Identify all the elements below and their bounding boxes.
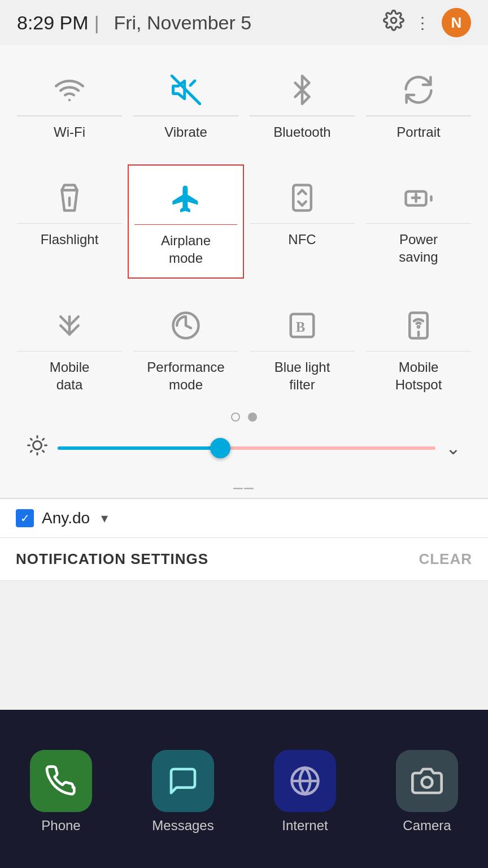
svg-point-0: [391, 18, 396, 23]
camera-label: Camera: [403, 818, 451, 834]
mobile-hotspot-icon: [399, 306, 438, 345]
blue-light-filter-icon: B: [282, 306, 322, 345]
svg-line-25: [30, 451, 32, 452]
tiles-row-2: Flashlight Airplanemode N: [11, 164, 477, 279]
tile-flashlight[interactable]: Flashlight: [11, 164, 128, 279]
svg-point-16: [418, 326, 419, 327]
page-dot-1[interactable]: [231, 413, 240, 422]
blue-light-filter-label: Blue lightfilter: [274, 358, 330, 393]
nfc-icon: [282, 178, 322, 218]
svg-line-3: [190, 81, 195, 85]
wifi-icon: [50, 70, 89, 110]
phone-app-icon: [30, 750, 92, 812]
phone-label: Phone: [41, 818, 80, 834]
flashlight-label: Flashlight: [41, 231, 99, 248]
tile-portrait[interactable]: Portrait: [360, 57, 477, 151]
drag-handle[interactable]: ⎯⎯: [11, 468, 477, 498]
bluetooth-label: Bluetooth: [273, 123, 330, 141]
nfc-label: NFC: [288, 231, 316, 248]
svg-point-29: [422, 777, 433, 788]
overflow-menu-icon[interactable]: ⋮: [415, 14, 432, 32]
quick-panel: Wi-Fi Vibrate Bluetooth: [0, 45, 488, 498]
mobile-data-icon: [50, 306, 89, 345]
svg-line-21: [30, 439, 32, 440]
bottom-nav: Phone Messages Internet Camera: [0, 710, 488, 868]
notification-settings-bar: NOTIFICATION SETTINGS CLEAR: [0, 538, 488, 581]
tile-bluetooth[interactable]: Bluetooth: [244, 57, 360, 151]
portrait-label: Portrait: [396, 123, 440, 141]
tile-vibrate[interactable]: Vibrate: [128, 57, 244, 151]
messages-app-icon: [152, 750, 214, 812]
tiles-row-1: Wi-Fi Vibrate Bluetooth: [11, 57, 477, 151]
mobile-data-label: Mobiledata: [50, 358, 90, 393]
status-date: Fri, November 5: [114, 12, 251, 34]
nav-item-messages[interactable]: Messages: [152, 750, 214, 834]
vibrate-icon: [166, 70, 206, 110]
status-time: 8:29 PM: [17, 12, 89, 34]
tile-blue-light-filter[interactable]: B Blue lightfilter: [244, 292, 360, 404]
svg-point-18: [33, 441, 42, 450]
tile-wifi[interactable]: Wi-Fi: [11, 57, 128, 151]
nav-item-phone[interactable]: Phone: [30, 750, 92, 834]
notification-settings-label: NOTIFICATION SETTINGS: [16, 550, 208, 568]
messages-label: Messages: [152, 818, 213, 834]
settings-icon[interactable]: [383, 10, 404, 36]
brightness-icon: [27, 435, 47, 461]
airplane-mode-label: Airplanemode: [161, 232, 211, 267]
drag-handle-icon: ⎯⎯: [233, 472, 255, 489]
status-bar: 8:29 PM | Fri, November 5 ⋮ N: [0, 0, 488, 45]
anydo-label: Any.do: [42, 509, 90, 527]
wifi-label: Wi-Fi: [54, 123, 85, 141]
performance-mode-label: Performancemode: [147, 358, 224, 393]
svg-line-26: [43, 439, 44, 440]
portrait-icon: [399, 70, 438, 110]
brightness-slider[interactable]: [58, 440, 435, 457]
tile-mobile-data[interactable]: Mobiledata: [11, 292, 128, 404]
anydo-bar[interactable]: ✓ Any.do ▾: [0, 499, 488, 538]
tiles-row-3: Mobiledata Performancemode B: [11, 292, 477, 404]
anydo-checkbox: ✓: [16, 509, 34, 527]
tile-performance-mode[interactable]: Performancemode: [128, 292, 244, 404]
page-dots: [11, 403, 477, 427]
brightness-row: ⌄: [11, 427, 477, 468]
airplane-icon: [166, 179, 206, 219]
tile-mobile-hotspot[interactable]: MobileHotspot: [360, 292, 477, 404]
brightness-expand-icon[interactable]: ⌄: [446, 437, 461, 459]
nav-item-camera[interactable]: Camera: [396, 750, 458, 834]
bluetooth-icon: [282, 70, 322, 110]
tile-power-saving[interactable]: Powersaving: [360, 164, 477, 279]
power-saving-icon: [399, 178, 438, 218]
svg-text:B: B: [296, 319, 306, 335]
internet-app-icon: [274, 750, 336, 812]
svg-line-22: [43, 451, 44, 452]
performance-mode-icon: [166, 306, 206, 345]
tile-airplane-mode[interactable]: Airplanemode: [128, 164, 244, 279]
camera-app-icon: [396, 750, 458, 812]
vibrate-label: Vibrate: [164, 123, 207, 141]
nav-item-internet[interactable]: Internet: [274, 750, 336, 834]
page-dot-2[interactable]: [248, 413, 257, 422]
tile-nfc[interactable]: NFC: [244, 164, 360, 279]
internet-label: Internet: [282, 818, 328, 834]
status-separator: |: [94, 12, 99, 34]
clear-button[interactable]: CLEAR: [419, 550, 472, 568]
flashlight-icon: [50, 178, 89, 218]
power-saving-label: Powersaving: [399, 231, 438, 266]
mobile-hotspot-label: MobileHotspot: [395, 358, 442, 393]
anydo-expand-icon[interactable]: ▾: [101, 510, 108, 526]
notification-avatar: N: [442, 8, 471, 37]
